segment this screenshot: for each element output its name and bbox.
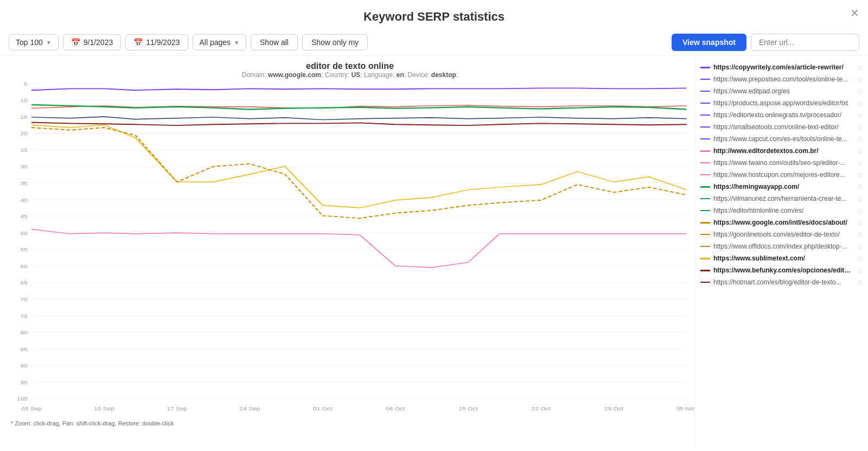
legend-item[interactable]: https://www.capcut.com/es-es/tools/onlin…: [695, 133, 868, 145]
svg-text:70: 70: [20, 296, 27, 302]
external-link-icon[interactable]: ⬡: [858, 160, 863, 166]
show-only-my-label: Show only my: [311, 38, 359, 47]
legend-item[interactable]: https://editorhtmlonline.com/es/⬡: [695, 205, 868, 217]
legend-url: https://www.google.com/intl/es/docs/abou…: [713, 219, 854, 226]
legend-color-line: [700, 258, 710, 259]
legend-item[interactable]: https://www.editpad.org/es⬡: [695, 85, 868, 97]
legend-item[interactable]: https://www.hostcupon.com/mejores-editor…: [695, 169, 868, 181]
view-snapshot-button[interactable]: View snapshot: [672, 34, 746, 51]
external-link-icon[interactable]: ⬡: [858, 124, 863, 130]
legend-url: https://editortexto.onlinegratis.tv/proc…: [713, 111, 854, 119]
svg-text:25: 25: [20, 147, 27, 153]
svg-text:05 Nov: 05 Nov: [676, 405, 694, 411]
all-pages-dropdown[interactable]: All pages ▼: [193, 34, 247, 50]
legend-color-line: [700, 174, 710, 175]
legend-url: http://www.editordetextos.com.br/: [713, 147, 854, 155]
legend-color-line: [700, 198, 710, 199]
svg-text:85: 85: [20, 346, 27, 352]
svg-text:100: 100: [17, 396, 28, 402]
legend-url: https://copywritely.com/es/article-rewri…: [713, 63, 854, 71]
legend-url: https://www.capcut.com/es-es/tools/onlin…: [713, 135, 854, 143]
legend-url: https://products.aspose.app/words/es/edi…: [713, 99, 854, 107]
svg-text:15: 15: [20, 114, 27, 120]
legend-item[interactable]: https://www.offidocs.com/index.php/deskt…: [695, 240, 868, 252]
legend-item[interactable]: https://vilmanunez.com/herramienta-crear…: [695, 193, 868, 205]
svg-text:10 Sep: 10 Sep: [94, 405, 114, 411]
legend-url: https://www.hostcupon.com/mejores-editor…: [713, 171, 854, 179]
legend-item[interactable]: https://hemingwayapp.com/⬡: [695, 181, 868, 193]
external-link-icon[interactable]: ⬡: [858, 220, 863, 226]
legend-color-line: [700, 126, 710, 128]
y-grid: 5 10 15 20 25 30 35 40 45: [17, 81, 688, 402]
all-pages-label: All pages: [200, 38, 231, 47]
chart-domain: www.google.com: [268, 71, 321, 79]
external-link-icon[interactable]: ⬡: [858, 244, 863, 250]
legend-item[interactable]: https://editortexto.onlinegratis.tv/proc…: [695, 109, 868, 121]
svg-text:30: 30: [20, 164, 27, 170]
svg-text:29 Oct: 29 Oct: [604, 405, 623, 411]
legend-item[interactable]: https://www.sublimetext.com/⬡: [695, 252, 868, 264]
chart-container[interactable]: 5 10 15 20 25 30 35 40 45: [5, 81, 694, 418]
legend-item[interactable]: https://goonlinetools.com/es/editor-de-t…: [695, 228, 868, 240]
external-link-icon[interactable]: ⬡: [858, 172, 863, 178]
external-link-icon[interactable]: ⬡: [858, 136, 863, 142]
chevron-down-icon: ▼: [46, 40, 52, 46]
legend-item[interactable]: https://www.befunky.com/es/opciones/edit…: [695, 264, 868, 276]
legend-color-line: [700, 246, 710, 247]
chart-area: editor de texto online Domain: www.googl…: [0, 56, 694, 447]
chart-header: editor de texto online Domain: www.googl…: [5, 61, 694, 79]
legend-color-line: [700, 162, 710, 163]
svg-text:01 Oct: 01 Oct: [313, 405, 332, 411]
date-start-picker[interactable]: 📅 9/1/2023: [63, 34, 122, 50]
chart-zoom-hint: * Zoom: click-drag, Pan: shift-click-dra…: [5, 418, 694, 429]
external-link-icon[interactable]: ⬡: [858, 256, 863, 262]
external-link-icon[interactable]: ⬡: [858, 280, 863, 285]
show-all-button[interactable]: Show all: [251, 34, 298, 50]
svg-text:90: 90: [20, 363, 27, 369]
external-link-icon[interactable]: ⬡: [858, 112, 863, 118]
svg-text:45: 45: [20, 213, 27, 219]
legend-item[interactable]: https://copywritely.com/es/article-rewri…: [695, 61, 868, 73]
legend-url: https://www.editpad.org/es: [713, 87, 854, 95]
show-only-my-button[interactable]: Show only my: [302, 34, 368, 50]
legend-color-line: [700, 186, 710, 188]
legend-item[interactable]: https://products.aspose.app/words/es/edi…: [695, 97, 868, 109]
close-button[interactable]: ✕: [850, 7, 859, 20]
toolbar: Top 100 ▼ 📅 9/1/2023 📅 11/9/2023 All pag…: [0, 29, 868, 56]
legend-color-line: [700, 150, 710, 152]
legend-url: https://www.prepostseo.com/tool/es/onlin…: [713, 75, 854, 83]
legend-panel: https://copywritely.com/es/article-rewri…: [694, 56, 868, 447]
legend-item[interactable]: https://www.twaino.com/outils/seo-sp/edi…: [695, 157, 868, 169]
legend-color-line: [700, 282, 710, 283]
external-link-icon[interactable]: ⬡: [858, 100, 863, 106]
svg-text:35: 35: [20, 180, 27, 186]
legend-item[interactable]: https://www.google.com/intl/es/docs/abou…: [695, 217, 868, 228]
legend-color-line: [700, 234, 710, 235]
svg-text:40: 40: [20, 197, 27, 203]
external-link-icon[interactable]: ⬡: [858, 184, 863, 190]
legend-item[interactable]: https://www.prepostseo.com/tool/es/onlin…: [695, 73, 868, 85]
external-link-icon[interactable]: ⬡: [858, 148, 863, 154]
page-title: Keyword SERP statistics: [0, 0, 868, 29]
external-link-icon[interactable]: ⬡: [858, 196, 863, 202]
chart-device: desktop: [431, 71, 456, 79]
legend-color-line: [700, 115, 710, 116]
top100-dropdown[interactable]: Top 100 ▼: [9, 34, 59, 50]
external-link-icon[interactable]: ⬡: [858, 88, 863, 94]
external-link-icon[interactable]: ⬡: [858, 65, 863, 71]
svg-text:15 Oct: 15 Oct: [458, 405, 477, 411]
external-link-icon[interactable]: ⬡: [858, 268, 863, 274]
legend-item[interactable]: https://hotmart.com/es/blog/editor-de-te…: [695, 276, 868, 288]
svg-text:75: 75: [20, 313, 27, 319]
legend-item[interactable]: https://smallseotools.com/online-text-ed…: [695, 121, 868, 133]
url-search-input[interactable]: [751, 34, 859, 51]
chart-svg[interactable]: 5 10 15 20 25 30 35 40 45: [5, 81, 694, 418]
external-link-icon[interactable]: ⬡: [858, 208, 863, 214]
external-link-icon[interactable]: ⬡: [858, 77, 863, 82]
legend-color-line: [700, 91, 710, 92]
legend-color-line: [700, 138, 710, 139]
legend-item[interactable]: http://www.editordetextos.com.br/⬡: [695, 145, 868, 157]
date-end-picker[interactable]: 📅 11/9/2023: [125, 34, 188, 50]
external-link-icon[interactable]: ⬡: [858, 232, 863, 238]
legend-url: https://goonlinetools.com/es/editor-de-t…: [713, 231, 854, 238]
